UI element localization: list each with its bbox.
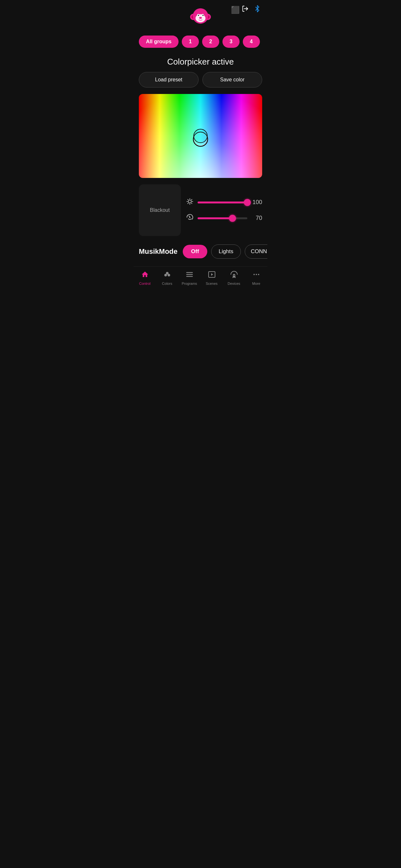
blackout-label: Blackout xyxy=(150,207,169,213)
svg-point-12 xyxy=(189,217,190,218)
nav-item-control[interactable]: Control xyxy=(134,271,156,285)
save-color-button[interactable]: Save color xyxy=(203,72,262,88)
svg-point-11 xyxy=(188,200,191,203)
off-button[interactable]: Off xyxy=(183,245,208,258)
blackout-box[interactable]: Blackout xyxy=(139,184,181,236)
connect-button[interactable]: CONNECT xyxy=(245,244,267,259)
speed-slider-row: 70 xyxy=(185,214,262,222)
nav-label-more: More xyxy=(252,282,260,285)
brightness-icon xyxy=(185,198,194,207)
bluetooth-icon[interactable] xyxy=(254,5,261,14)
nav-label-control: Control xyxy=(139,282,150,285)
groups-row: All groups 1 2 3 4 xyxy=(134,30,267,51)
logo xyxy=(189,5,212,28)
login-icon[interactable]: ⬛ xyxy=(231,5,249,14)
lights-button[interactable]: Lights xyxy=(211,244,241,259)
load-preset-button[interactable]: Load preset xyxy=(139,72,198,88)
svg-point-25 xyxy=(258,274,259,275)
svg-point-10 xyxy=(199,17,202,19)
speed-icon xyxy=(185,214,194,222)
nav-label-colors: Colors xyxy=(162,282,173,285)
musikmode-row: MusikMode Off Lights CONNECT xyxy=(134,239,267,267)
svg-point-24 xyxy=(256,274,257,275)
group-pill-all[interactable]: All groups xyxy=(139,35,179,48)
speed-value: 70 xyxy=(251,215,262,221)
group-pill-2[interactable]: 2 xyxy=(202,35,219,48)
sliders-col: 100 70 xyxy=(185,198,262,222)
nav-item-more[interactable]: More xyxy=(245,271,267,285)
speed-track[interactable] xyxy=(197,217,247,219)
svg-point-8 xyxy=(198,15,199,16)
svg-point-23 xyxy=(253,274,255,275)
programs-icon xyxy=(186,271,193,280)
controls-row: Blackout 100 xyxy=(134,178,267,239)
nav-label-scenes: Scenes xyxy=(206,282,218,285)
brightness-track[interactable] xyxy=(197,202,247,204)
group-pill-3[interactable]: 3 xyxy=(222,35,240,48)
devices-icon xyxy=(230,271,238,280)
brightness-fill xyxy=(197,202,247,204)
brightness-value: 100 xyxy=(251,199,262,206)
nav-item-devices[interactable]: Devices xyxy=(223,271,245,285)
speed-thumb xyxy=(229,215,236,222)
colors-icon xyxy=(163,271,171,280)
header: ⬛ xyxy=(134,0,267,30)
speed-fill xyxy=(197,217,233,219)
svg-marker-20 xyxy=(211,273,213,276)
svg-point-22 xyxy=(234,274,235,275)
colorpicker-wrap[interactable] xyxy=(139,94,262,178)
nav-item-programs[interactable]: Programs xyxy=(178,271,201,285)
svg-point-9 xyxy=(203,15,204,16)
bottom-nav: Control Colors Programs Sc xyxy=(134,267,267,292)
more-icon xyxy=(252,271,260,280)
home-icon xyxy=(141,271,149,280)
color-canvas[interactable] xyxy=(139,94,262,178)
svg-point-15 xyxy=(167,274,170,276)
nav-label-programs: Programs xyxy=(182,282,197,285)
svg-rect-21 xyxy=(234,276,235,278)
colorpicker-title: Colorpicker active xyxy=(134,51,267,72)
brightness-slider-row: 100 xyxy=(185,198,262,207)
group-pill-4[interactable]: 4 xyxy=(243,35,260,48)
action-buttons: Load preset Save color xyxy=(134,72,267,94)
group-pill-1[interactable]: 1 xyxy=(182,35,199,48)
nav-item-colors[interactable]: Colors xyxy=(156,271,178,285)
nav-label-devices: Devices xyxy=(227,282,240,285)
header-icons: ⬛ xyxy=(231,5,261,14)
nav-item-scenes[interactable]: Scenes xyxy=(201,271,223,285)
brightness-thumb xyxy=(244,199,251,206)
musikmode-label: MusikMode xyxy=(139,247,178,256)
scenes-icon xyxy=(208,271,216,280)
